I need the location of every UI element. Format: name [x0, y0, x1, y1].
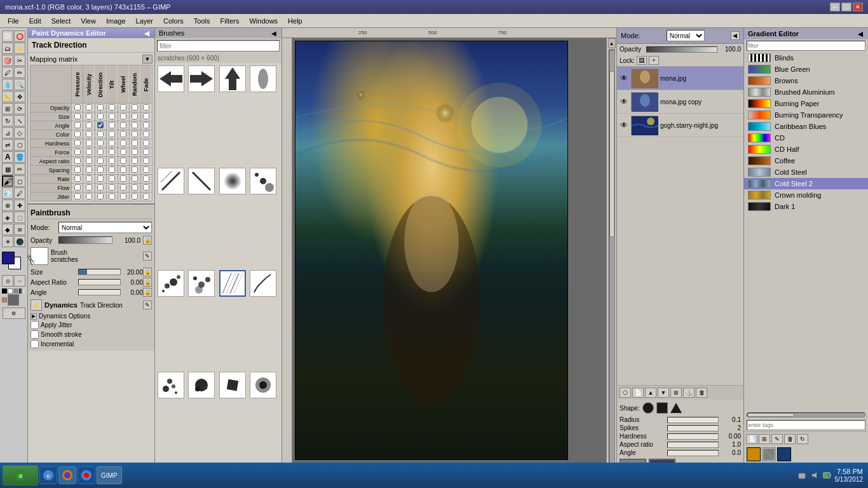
brush-item-splat2[interactable] [188, 372, 215, 398]
apply-jitter-check[interactable] [31, 321, 39, 329]
tool-scale[interactable]: ⤡ [14, 115, 25, 126]
gradient-item-burning-trans[interactable]: Burning Transparency [744, 109, 868, 121]
gradient-item-cold-steel2[interactable]: Cold Steel 2 [744, 178, 868, 189]
angle-slider[interactable] [78, 289, 121, 295]
scroll-v-track[interactable] [609, 50, 615, 466]
tool-measure[interactable]: 📐 [2, 91, 13, 102]
quick-mask-btn[interactable]: ◎ [2, 275, 13, 287]
layer-item-2[interactable]: 👁 gogh.starry-night.jpg [617, 114, 743, 137]
shape-circle-btn[interactable] [642, 402, 654, 414]
gradient-panel-collapse[interactable]: ◀ [857, 30, 864, 37]
close-button[interactable]: ✕ [853, 3, 863, 11]
menu-edit[interactable]: Edit [24, 16, 46, 26]
tool-fuzzy-select[interactable]: ⚡ [14, 43, 25, 54]
tray-icon-volume[interactable] [810, 470, 820, 480]
brush-item-soft-round[interactable] [219, 168, 246, 194]
menu-layer[interactable]: Layer [131, 16, 159, 26]
gradient-edit-btn[interactable]: ✎ [771, 434, 783, 444]
layer-delete-btn[interactable]: 🗑 [696, 388, 707, 398]
menu-select[interactable]: Select [46, 16, 76, 26]
tool-sharpen[interactable]: ◆ [2, 224, 13, 235]
tool-transform[interactable]: ⟳ [14, 103, 25, 114]
menu-windows[interactable]: Windows [244, 16, 283, 26]
gradient-item-burning-paper[interactable]: Burning Paper [744, 98, 868, 109]
gradient-new-btn[interactable]: 📄 [746, 434, 757, 444]
tool-dodge-burn[interactable]: ☀ [2, 236, 13, 247]
layers-opacity-slider[interactable] [646, 46, 717, 53]
tool-free-select[interactable]: 🗂 [2, 43, 13, 54]
size-lock-btn[interactable]: 🔒 [143, 268, 152, 276]
gradient-fg-swatch[interactable] [747, 447, 761, 461]
taskbar-ie-icon[interactable]: e [39, 466, 57, 484]
lock-pos-btn[interactable]: + [649, 56, 659, 65]
clock-display[interactable]: 7:58 PM 5/13/2012 [835, 468, 864, 483]
tool-eraser[interactable]: ◻ [14, 175, 25, 187]
tool-color-picker[interactable]: 💧 [2, 79, 13, 90]
dynamics-icon-btn[interactable]: ⚡ [31, 299, 42, 311]
tool-blur[interactable]: ◌ [14, 212, 25, 223]
brush-item-dots[interactable] [250, 168, 276, 194]
menu-help[interactable]: Help [283, 16, 308, 26]
scroll-up-btn[interactable]: ▲ [608, 38, 616, 48]
opacity-slider[interactable] [58, 236, 112, 244]
tool-perspective[interactable]: ◇ [14, 127, 25, 139]
brush-item-scatter2[interactable] [188, 270, 215, 297]
tool-align[interactable]: ⊞ [2, 103, 13, 114]
layer-duplicate-btn[interactable]: ⊞ [670, 388, 682, 398]
tool-heal[interactable]: ✚ [14, 200, 25, 211]
tool-foreground-select[interactable]: 🖊 [2, 67, 13, 78]
lock-pixels-btn[interactable]: 🖼 [637, 56, 647, 65]
tray-icon-network[interactable] [797, 470, 807, 480]
brush-item-diag2[interactable] [188, 168, 215, 194]
canvas-scroll-vertical[interactable]: ▲ ▼ [606, 38, 616, 478]
brush-item-brush-a[interactable] [250, 65, 276, 92]
brush-item-square[interactable] [219, 372, 246, 398]
aspect-lock-btn[interactable]: 🔒 [143, 278, 152, 287]
brush-filter-input[interactable] [157, 40, 280, 51]
dynamics-panel-collapse[interactable]: ◀ [143, 30, 151, 37]
layer-new-from-visible[interactable]: ⬡ [620, 388, 631, 398]
tool-ink[interactable]: 🖊 [14, 187, 25, 199]
shape-angle-slider[interactable] [667, 450, 719, 456]
menu-tools[interactable]: Tools [189, 16, 215, 26]
layers-collapse-btn[interactable]: ◀ [731, 31, 740, 40]
start-button[interactable]: ⊞ [3, 465, 38, 485]
gradient-scroll-track[interactable] [747, 412, 865, 417]
layer-item-0[interactable]: 👁 mona.jpg [617, 67, 743, 90]
brush-item-scatter1[interactable] [158, 270, 184, 297]
brush-item-special[interactable] [250, 372, 276, 398]
brush-panel-collapse[interactable]: ◀ [270, 30, 278, 37]
brush-item-arrow-right[interactable] [188, 65, 215, 92]
layer-visibility-0[interactable]: 👁 [620, 74, 628, 83]
brush-item-scratches[interactable] [219, 270, 246, 297]
gradient-item-blinds[interactable]: Blinds [744, 52, 868, 64]
shape-aspect-slider[interactable] [667, 442, 719, 448]
incremental-check[interactable] [31, 340, 39, 348]
tool-paths[interactable]: ✏ [14, 67, 25, 78]
layer-visibility-2[interactable]: 👁 [620, 121, 628, 130]
tool-paintbrush[interactable]: 🖌 [2, 175, 13, 187]
tool-ellipse-select[interactable]: ⭕ [14, 30, 25, 42]
gradient-item-cd[interactable]: CD [744, 132, 868, 144]
tool-pencil[interactable]: ✏ [14, 163, 25, 175]
brush-item-arrow-left[interactable] [158, 65, 184, 92]
size-slider[interactable] [78, 269, 121, 275]
tool-zoom[interactable]: 🔍 [14, 79, 25, 90]
menu-colors[interactable]: Colors [158, 16, 189, 26]
maximize-button[interactable]: □ [841, 3, 851, 11]
tool-cage[interactable]: ⬡ [14, 139, 25, 151]
opacity-lock-btn[interactable]: 🔒 [143, 236, 152, 245]
brush-item-arrow-up[interactable] [219, 65, 246, 92]
gradient-tags-input[interactable] [747, 420, 865, 430]
layer-item-1[interactable]: 👁 mona.jpg copy [617, 90, 743, 114]
taskbar-firefox-icon[interactable] [58, 466, 76, 484]
tool-flip[interactable]: ⇌ [2, 139, 13, 151]
tool-rect-select[interactable]: ⬜ [2, 30, 13, 42]
taskbar-chrome-icon[interactable] [78, 466, 95, 484]
tool-smudge[interactable]: ≋ [14, 224, 25, 235]
brush-item-splat1[interactable] [158, 372, 184, 398]
shape-radius-slider[interactable] [667, 417, 719, 423]
gradient-filter-input[interactable] [747, 41, 865, 51]
tool-settings-btn[interactable]: ⚙ [3, 308, 25, 319]
brush-item-ink1[interactable] [250, 270, 276, 297]
